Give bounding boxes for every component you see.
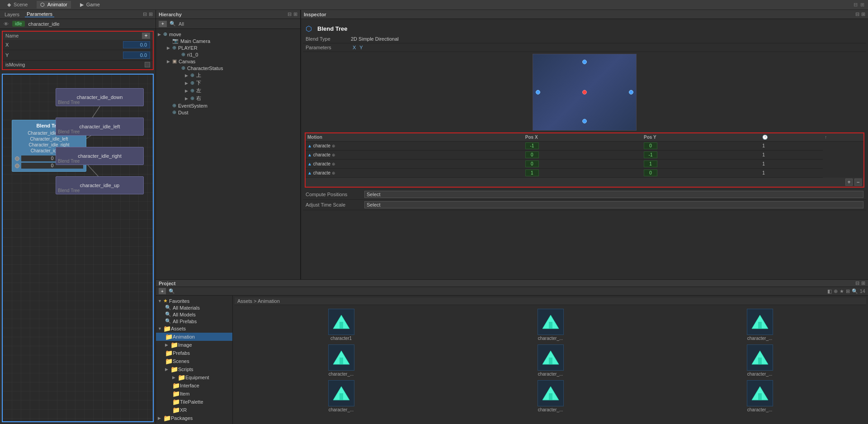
- file-item-5[interactable]: character_...: [657, 344, 863, 377]
- file-item-0[interactable]: character1: [238, 309, 444, 341]
- parameters-label: Parameters: [306, 45, 351, 50]
- svg-rect-19: [758, 358, 762, 364]
- character-idle-label: character_idle: [28, 21, 60, 27]
- tree-item-up[interactable]: ▶ ⊕ 上: [156, 71, 300, 79]
- animator-graph[interactable]: Blend Tree Character_idle_down Character…: [2, 74, 154, 422]
- file-item-1[interactable]: character_...: [448, 309, 653, 341]
- tree-favorites[interactable]: ▼ ★ Favorites: [156, 297, 232, 304]
- anim-icon-1: [542, 313, 560, 331]
- folder-icon-prefabs: 📁: [165, 349, 173, 357]
- tree-animation[interactable]: 📁 Animation: [156, 333, 232, 341]
- col-motion: Motion: [306, 133, 524, 141]
- adjust-time-scale-select[interactable]: Select: [364, 201, 863, 208]
- project-tree: ▼ ★ Favorites 🔍 All Materials 🔍 All Mode…: [156, 296, 233, 424]
- tree-scripts[interactable]: ▶ 📁 Scripts: [156, 365, 232, 373]
- tree-item-dust[interactable]: ⊕ Dust: [156, 109, 300, 116]
- remove-motion-button[interactable]: −: [854, 179, 862, 186]
- file-label-7: character_...: [538, 407, 563, 412]
- tree-all-prefabs[interactable]: 🔍 All Prefabs: [156, 318, 232, 325]
- svg-rect-17: [549, 358, 552, 364]
- inspector-content: ⬡ Blend Tree Blend Type 2D Simple Direct…: [301, 19, 868, 279]
- parameters-tab[interactable]: Parameters: [25, 11, 54, 17]
- tree-assets[interactable]: ▼ 📁 Assets: [156, 325, 232, 333]
- file-item-3[interactable]: character_...: [238, 344, 444, 377]
- tree-item-player[interactable]: ▶ ⊕ PLAYER: [156, 44, 300, 51]
- param-x-badge[interactable]: X: [351, 45, 358, 50]
- anim-node-right[interactable]: character_idle_right Blend Tree: [56, 147, 144, 165]
- tree-prefabs[interactable]: 📁 Prefabs: [156, 349, 232, 357]
- top-bar: ◆ Scene ⬡ Animator ▶ Game ⊟ ⊞: [0, 0, 868, 10]
- motion-posx-0[interactable]: [525, 142, 539, 149]
- tree-item-right-zh[interactable]: ▶ ⊕ 右: [156, 94, 300, 102]
- tree-equipment[interactable]: ▶ 📁 Equipment: [156, 373, 232, 382]
- tree-item-move[interactable]: ▶ ⊕ move: [156, 31, 300, 38]
- adjust-time-scale-label: Adjust Time Scale: [306, 202, 364, 207]
- motion-posy-2[interactable]: [644, 160, 657, 167]
- game-tab[interactable]: ▶ Game: [76, 1, 104, 9]
- add-motion-button[interactable]: +: [845, 179, 853, 186]
- compute-positions-select[interactable]: Select: [364, 191, 863, 198]
- param-ismoving-checkbox[interactable]: [145, 62, 150, 67]
- tree-tilepalette[interactable]: 📁 TilePalette: [156, 398, 232, 406]
- hierarchy-toolbar: + 🔍 All: [156, 19, 300, 29]
- tree-scenes[interactable]: 📁 Scenes: [156, 357, 232, 365]
- file-label-0: character1: [330, 336, 352, 341]
- tree-item-down[interactable]: ▶ ⊕ 下: [156, 79, 300, 87]
- tree-xr[interactable]: 📁 XR: [156, 406, 232, 414]
- param-y-value[interactable]: 0.0: [123, 52, 150, 59]
- anim-node-left[interactable]: character_idle_left Blend Tree: [56, 118, 144, 136]
- motion-posy-1[interactable]: [644, 151, 657, 158]
- tree-interface[interactable]: 📁 Interface: [156, 382, 232, 390]
- file-item-2[interactable]: character_...: [657, 309, 863, 341]
- tree-item-ri10[interactable]: ⊕ ri1_0: [156, 51, 300, 58]
- tree-item-characterstatus[interactable]: ⊕ CharacterStatus: [156, 65, 300, 71]
- tree-image[interactable]: ▶ 📁 Image: [156, 341, 232, 349]
- motion-row-3: ▲ characte ⊕ 1: [306, 169, 863, 178]
- eye-icon: 👁: [4, 21, 9, 27]
- tree-item-canvas[interactable]: ▶ ▣ Canvas: [156, 58, 300, 65]
- tree-item-folder[interactable]: 📁 Item: [156, 390, 232, 398]
- file-label-1: character_...: [538, 336, 563, 341]
- search-icon-fav3: 🔍: [165, 318, 171, 324]
- param-x-value[interactable]: 0.0: [123, 41, 150, 48]
- slider-dot-2[interactable]: [15, 164, 19, 168]
- game-icon: ▶: [80, 2, 84, 7]
- add-parameter-button[interactable]: +: [142, 33, 150, 39]
- motion-posx-2[interactable]: [525, 160, 539, 167]
- hierarchy-add-button[interactable]: +: [159, 21, 167, 27]
- idle-indicator[interactable]: idle: [12, 21, 25, 27]
- motion-posy-0[interactable]: [644, 142, 657, 149]
- animator-tab[interactable]: ⬡ Animator: [37, 1, 71, 9]
- main-layout: Layers Parameters ⊟ ⊞ 👁 idle character_i…: [0, 10, 868, 424]
- right-top: Hierarchy ⊟ ⊞ + 🔍 All ▶ ⊕: [156, 10, 868, 279]
- anim-icon-5: [751, 349, 769, 367]
- file-item-4[interactable]: character_...: [448, 344, 653, 377]
- file-count: 14: [860, 288, 865, 294]
- file-grid: character1 character_...: [235, 305, 866, 416]
- project-toolbar: + 🔍 ◧ ⊕ ★ ⊞ 🔍 14: [156, 287, 868, 296]
- param-y-badge[interactable]: Y: [358, 45, 364, 50]
- tree-item-maincamera[interactable]: 📷 Main Camera: [156, 38, 300, 44]
- tree-all-models[interactable]: 🔍 All Models: [156, 311, 232, 318]
- svg-rect-15: [340, 358, 343, 364]
- file-label-6: character_...: [329, 407, 354, 412]
- tree-item-eventsystem[interactable]: ⊕ EventSystem: [156, 102, 300, 109]
- hierarchy-header-icons: ⊟ ⊞: [288, 11, 297, 17]
- inspector-header: Inspector ⊟ ⊞: [301, 10, 868, 19]
- scene-tab[interactable]: ◆ Scene: [4, 1, 31, 9]
- motion-table-footer: + −: [306, 178, 863, 187]
- anim-node-up[interactable]: character_idle_up Blend Tree: [56, 176, 144, 194]
- motion-posx-1[interactable]: [525, 151, 539, 158]
- file-item-6[interactable]: character_...: [238, 380, 444, 412]
- tree-all-materials[interactable]: 🔍 All Materials: [156, 304, 232, 311]
- file-item-7[interactable]: character_...: [448, 380, 653, 412]
- anim-node-down[interactable]: character_idle_down Blend Tree: [56, 88, 144, 106]
- file-item-8[interactable]: character_...: [657, 380, 863, 412]
- tree-packages[interactable]: ▶ 📁 Packages: [156, 414, 232, 422]
- motion-posy-3[interactable]: [644, 170, 657, 176]
- tree-item-left[interactable]: ▶ ⊕ 左: [156, 87, 300, 94]
- motion-posx-3[interactable]: [525, 170, 539, 176]
- slider-dot-1[interactable]: [15, 156, 19, 161]
- layers-tab[interactable]: Layers: [3, 12, 21, 17]
- project-add-button[interactable]: +: [159, 288, 166, 294]
